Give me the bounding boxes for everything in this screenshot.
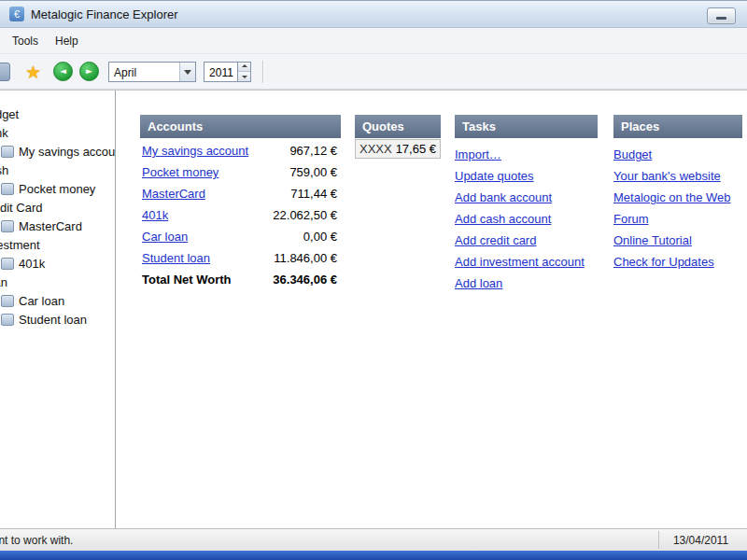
place-link-forum[interactable]: Forum: [613, 212, 649, 226]
quotes-panel-title: Quotes: [355, 115, 441, 138]
forward-button[interactable]: ►: [79, 62, 99, 81]
sidebar-item-cash[interactable]: Cash: [0, 161, 115, 179]
total-net-worth-label: Total Net Worth: [142, 273, 232, 287]
task-item: Import…: [455, 143, 598, 164]
tasks-panel-title: Tasks: [455, 115, 598, 138]
sidebar-item-budget[interactable]: Budget: [0, 105, 115, 123]
account-icon: [1, 314, 14, 326]
account-row: Car loan0,00 €: [140, 226, 341, 247]
client-area: BudgetBankMy savings accountCashPocket m…: [0, 90, 747, 528]
sidebar-item-credit-card[interactable]: Credit Card: [0, 198, 115, 217]
task-item: Add investment account: [455, 250, 598, 272]
year-spinner-buttons: [237, 62, 251, 82]
place-link-budget[interactable]: Budget: [613, 147, 652, 161]
sidebar-item-bank[interactable]: Bank: [0, 123, 115, 142]
task-item: Add credit card: [455, 229, 598, 250]
year-spinner[interactable]: 2011: [204, 62, 251, 82]
sidebar-item-pocket-money[interactable]: Pocket money: [1, 179, 115, 198]
accounts-rows: My savings account967,12 €Pocket money75…: [140, 138, 341, 269]
total-net-worth-row: Total Net Worth 36.346,06 €: [140, 269, 341, 290]
task-link-add-credit-card[interactable]: Add credit card: [455, 233, 536, 247]
account-link[interactable]: MasterCard: [142, 187, 205, 201]
task-item: Add bank account: [455, 186, 598, 207]
account-link[interactable]: Car loan: [142, 230, 188, 244]
accounts-panel-title: Accounts: [140, 115, 341, 138]
back-button[interactable]: ◄: [53, 62, 73, 81]
menu-help[interactable]: Help: [47, 30, 87, 52]
sidebar-item-student-loan[interactable]: Student loan: [1, 310, 115, 329]
task-link-add-investment-account[interactable]: Add investment account: [455, 255, 585, 269]
status-date-cell: 13/04/2011: [658, 531, 742, 549]
forward-arrow-icon: ►: [86, 67, 92, 76]
chevron-down-icon[interactable]: [179, 63, 195, 81]
sidebar-item-label: Pocket money: [19, 182, 95, 196]
account-amount: 0,00 €: [303, 230, 337, 244]
task-link-import[interactable]: Import…: [455, 147, 501, 161]
place-item: Check for Updates: [613, 250, 742, 272]
spin-down-icon[interactable]: [238, 72, 250, 81]
sidebar-item-label: Budget: [0, 107, 19, 121]
sidebar-item-label: Cash: [0, 163, 8, 177]
toolbar-separator: [262, 61, 264, 83]
sidebar-item-label: Loan: [0, 275, 7, 289]
account-tree-sidebar: BudgetBankMy savings accountCashPocket m…: [0, 91, 115, 528]
place-item: Online Tutorial: [613, 229, 742, 250]
account-link[interactable]: My savings account: [142, 144, 248, 158]
account-link[interactable]: Pocket money: [142, 165, 218, 179]
favorites-star-icon[interactable]: ★: [25, 63, 41, 81]
account-row: MasterCard711,44 €: [140, 183, 341, 204]
status-message: Select an account to work with.: [0, 534, 73, 547]
spin-up-icon[interactable]: [238, 63, 250, 73]
quote-price: 17,65 €: [396, 142, 436, 156]
sidebar-item-my-savings-account[interactable]: My savings account: [1, 142, 115, 161]
summary-panels: Accounts My savings account967,12 €Pocke…: [140, 115, 747, 293]
clipped-toolbar-icon[interactable]: [0, 63, 10, 81]
place-link-online-tutorial[interactable]: Online Tutorial: [613, 233, 692, 247]
year-spinner-value[interactable]: 2011: [204, 62, 237, 82]
month-select[interactable]: April: [108, 62, 196, 82]
sidebar-item-label: Credit Card: [0, 201, 42, 215]
task-item: Add cash account: [455, 207, 598, 229]
status-date: 13/04/2011: [673, 534, 728, 547]
task-link-add-bank-account[interactable]: Add bank account: [455, 190, 552, 204]
menu-bar: Tools Help: [0, 28, 747, 54]
places-panel: Places BudgetYour bank's websiteMetalogi…: [613, 115, 742, 272]
sidebar-item-loan[interactable]: Loan: [0, 273, 115, 291]
place-link-check-for-updates[interactable]: Check for Updates: [613, 255, 714, 269]
sidebar-item-401k[interactable]: 401k: [1, 254, 115, 273]
app-window: € Metalogic Finance Explorer Tools Help …: [0, 0, 747, 560]
task-link-add-loan[interactable]: Add loan: [455, 276, 502, 290]
place-link-metalogic-on-the-web[interactable]: Metalogic on the Web: [613, 190, 731, 204]
accounts-panel: Accounts My savings account967,12 €Pocke…: [140, 115, 341, 290]
task-link-add-cash-account[interactable]: Add cash account: [455, 212, 551, 226]
places-panel-title: Places: [613, 115, 742, 138]
account-amount: 759,00 €: [289, 165, 337, 179]
place-link-your-bank-s-website[interactable]: Your bank's website: [613, 169, 721, 183]
account-link[interactable]: 401k: [142, 208, 168, 222]
sidebar-item-label: Investment: [0, 238, 40, 252]
sidebar-tree: BudgetBankMy savings accountCashPocket m…: [0, 105, 115, 329]
sidebar-item-car-loan[interactable]: Car loan: [1, 291, 115, 310]
window-title: Metalogic Finance Explorer: [31, 7, 178, 21]
menu-tools[interactable]: Tools: [4, 30, 47, 52]
place-item: Your bank's website: [613, 164, 742, 186]
task-link-update-quotes[interactable]: Update quotes: [455, 169, 534, 183]
account-icon: [1, 220, 14, 232]
tasks-links: Import…Update quotesAdd bank accountAdd …: [455, 138, 598, 293]
task-item: Update quotes: [455, 164, 598, 186]
title-bar: € Metalogic Finance Explorer: [0, 0, 747, 28]
task-item: Add loan: [455, 272, 598, 293]
sidebar-item-investment[interactable]: Investment: [0, 235, 115, 254]
sidebar-item-mastercard[interactable]: MasterCard: [1, 217, 115, 235]
total-net-worth-amount: 36.346,06 €: [273, 273, 337, 287]
sidebar-item-label: Car loan: [19, 294, 64, 308]
account-icon: [1, 295, 14, 307]
minimize-button[interactable]: [707, 7, 736, 24]
sidebar-item-label: 401k: [19, 257, 45, 271]
account-row: 401k22.062,50 €: [140, 204, 341, 226]
sidebar-item-label: My savings account: [19, 145, 115, 159]
account-link[interactable]: Student loan: [142, 251, 210, 265]
sidebar-item-label: Student loan: [19, 313, 87, 327]
account-amount: 11.846,00 €: [274, 251, 337, 265]
account-amount: 967,12 €: [289, 144, 337, 158]
